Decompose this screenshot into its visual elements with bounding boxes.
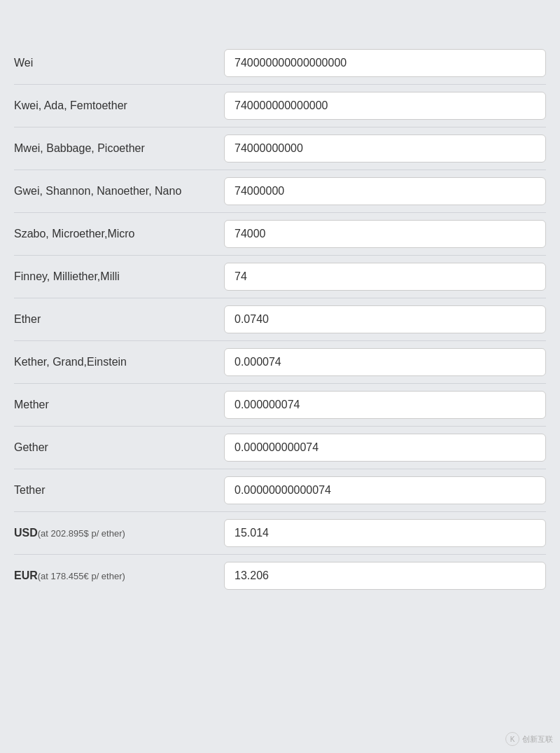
- row-value-cell-mether: [224, 391, 546, 419]
- table-row: Wei: [14, 42, 546, 85]
- table-row: Kwei, Ada, Femtoether: [14, 85, 546, 127]
- row-value-cell-mwei: [224, 134, 546, 163]
- row-label-sub-eur: (at 178.455€ p/ ether): [38, 571, 125, 581]
- row-input-wei[interactable]: [224, 49, 546, 77]
- row-input-kwei[interactable]: [224, 92, 546, 120]
- table-row: USD(at 202.895$ p/ ether): [14, 512, 546, 555]
- row-label-usd: USD(at 202.895$ p/ ether): [14, 527, 224, 539]
- table-row: EUR(at 178.455€ p/ ether): [14, 555, 546, 597]
- watermark-icon: K: [505, 732, 519, 746]
- table-row: Szabo, Microether,Micro: [14, 213, 546, 256]
- row-label-kwei: Kwei, Ada, Femtoether: [14, 99, 224, 112]
- row-label-ether: Ether: [14, 313, 224, 326]
- row-input-tether[interactable]: [224, 476, 546, 504]
- row-value-cell-kether: [224, 348, 546, 376]
- table-row: Gether: [14, 427, 546, 469]
- row-label-mwei: Mwei, Babbage, Picoether: [14, 142, 224, 155]
- row-input-mether[interactable]: [224, 391, 546, 419]
- row-label-gether: Gether: [14, 441, 224, 454]
- row-value-cell-tether: [224, 476, 546, 504]
- row-label-szabo: Szabo, Microether,Micro: [14, 228, 224, 240]
- table-row: Ether: [14, 298, 546, 341]
- watermark-text: 创新互联: [522, 734, 553, 745]
- table-row: Finney, Milliether,Milli: [14, 256, 546, 298]
- row-input-ether[interactable]: [224, 305, 546, 333]
- row-value-cell-gether: [224, 434, 546, 462]
- table-row: Gwei, Shannon, Nanoether, Nano: [14, 170, 546, 213]
- row-label-wei: Wei: [14, 57, 224, 69]
- row-label-gwei: Gwei, Shannon, Nanoether, Nano: [14, 185, 224, 198]
- row-input-mwei[interactable]: [224, 134, 546, 163]
- row-label-mether: Mether: [14, 399, 224, 411]
- row-value-cell-eur: [224, 562, 546, 590]
- row-label-kether: Kether, Grand,Einstein: [14, 356, 224, 368]
- row-input-gwei[interactable]: [224, 177, 546, 205]
- row-label-tether: Tether: [14, 484, 224, 497]
- row-value-cell-szabo: [224, 220, 546, 248]
- row-value-cell-kwei: [224, 92, 546, 120]
- row-label-eur: EUR(at 178.455€ p/ ether): [14, 569, 224, 582]
- row-input-kether[interactable]: [224, 348, 546, 376]
- table-row: Mwei, Babbage, Picoether: [14, 127, 546, 170]
- row-label-finney: Finney, Milliether,Milli: [14, 270, 224, 283]
- row-input-usd[interactable]: [224, 519, 546, 547]
- watermark: K 创新互联: [505, 732, 553, 746]
- row-input-szabo[interactable]: [224, 220, 546, 248]
- row-value-cell-gwei: [224, 177, 546, 205]
- row-input-eur[interactable]: [224, 562, 546, 590]
- row-value-cell-ether: [224, 305, 546, 333]
- row-input-gether[interactable]: [224, 434, 546, 462]
- table-row: Tether: [14, 469, 546, 512]
- row-label-sub-usd: (at 202.895$ p/ ether): [38, 528, 125, 539]
- row-value-cell-usd: [224, 519, 546, 547]
- conversion-table: WeiKwei, Ada, FemtoetherMwei, Babbage, P…: [14, 42, 546, 597]
- row-value-cell-wei: [224, 49, 546, 77]
- row-input-finney[interactable]: [224, 263, 546, 291]
- table-row: Mether: [14, 384, 546, 427]
- row-value-cell-finney: [224, 263, 546, 291]
- table-row: Kether, Grand,Einstein: [14, 341, 546, 384]
